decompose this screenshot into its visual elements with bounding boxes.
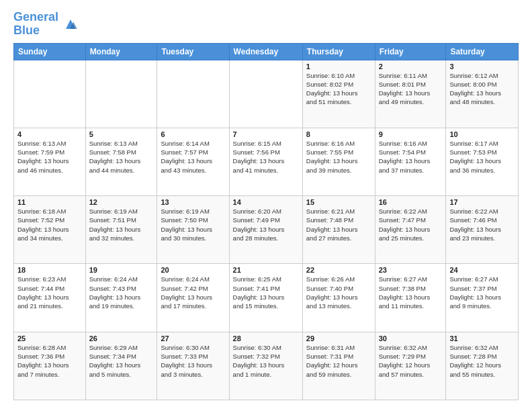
day-info: Sunrise: 6:32 AM Sunset: 7:29 PM Dayligh… — [379, 343, 443, 379]
day-number: 8 — [306, 130, 371, 138]
calendar-cell: 13Sunrise: 6:19 AM Sunset: 7:50 PM Dayli… — [157, 196, 229, 264]
day-info: Sunrise: 6:27 AM Sunset: 7:37 PM Dayligh… — [449, 275, 515, 310]
calendar-cell: 21Sunrise: 6:25 AM Sunset: 7:41 PM Dayli… — [229, 264, 302, 332]
weekday-header: Sunday — [14, 43, 86, 60]
calendar-cell: 20Sunrise: 6:24 AM Sunset: 7:42 PM Dayli… — [157, 264, 229, 332]
header: General Blue — [13, 11, 519, 38]
calendar-cell: 30Sunrise: 6:32 AM Sunset: 7:29 PM Dayli… — [375, 332, 446, 400]
day-number: 14 — [233, 198, 299, 206]
day-number: 28 — [233, 334, 299, 342]
calendar-cell: 9Sunrise: 6:16 AM Sunset: 7:54 PM Daylig… — [375, 128, 446, 195]
day-number: 3 — [449, 62, 515, 71]
calendar-cell: 10Sunrise: 6:17 AM Sunset: 7:53 PM Dayli… — [446, 128, 519, 195]
day-info: Sunrise: 6:16 AM Sunset: 7:55 PM Dayligh… — [306, 139, 371, 175]
calendar-cell: 3Sunrise: 6:12 AM Sunset: 8:00 PM Daylig… — [446, 60, 519, 128]
calendar-cell — [229, 60, 302, 128]
day-info: Sunrise: 6:17 AM Sunset: 7:53 PM Dayligh… — [449, 139, 515, 175]
day-info: Sunrise: 6:10 AM Sunset: 8:02 PM Dayligh… — [306, 71, 371, 107]
calendar-week-row: 18Sunrise: 6:23 AM Sunset: 7:44 PM Dayli… — [14, 264, 519, 332]
day-number: 25 — [17, 334, 82, 342]
day-info: Sunrise: 6:26 AM Sunset: 7:40 PM Dayligh… — [306, 275, 371, 310]
day-number: 6 — [161, 130, 225, 138]
weekday-header: Wednesday — [229, 43, 302, 60]
calendar-cell: 26Sunrise: 6:29 AM Sunset: 7:34 PM Dayli… — [85, 332, 157, 400]
day-info: Sunrise: 6:19 AM Sunset: 7:51 PM Dayligh… — [89, 207, 154, 242]
calendar-cell: 27Sunrise: 6:30 AM Sunset: 7:33 PM Dayli… — [157, 332, 229, 400]
calendar-cell: 28Sunrise: 6:30 AM Sunset: 7:32 PM Dayli… — [229, 332, 302, 400]
day-info: Sunrise: 6:11 AM Sunset: 8:01 PM Dayligh… — [379, 71, 443, 107]
day-info: Sunrise: 6:30 AM Sunset: 7:32 PM Dayligh… — [233, 343, 299, 379]
day-info: Sunrise: 6:32 AM Sunset: 7:28 PM Dayligh… — [449, 343, 515, 379]
logo-blue: Blue — [13, 24, 58, 38]
day-info: Sunrise: 6:19 AM Sunset: 7:50 PM Dayligh… — [161, 207, 225, 242]
day-number: 21 — [233, 266, 299, 274]
day-number: 11 — [17, 198, 82, 206]
calendar-cell: 8Sunrise: 6:16 AM Sunset: 7:55 PM Daylig… — [302, 128, 375, 195]
day-number: 27 — [161, 334, 225, 342]
day-number: 18 — [17, 266, 82, 274]
calendar-week-row: 25Sunrise: 6:28 AM Sunset: 7:36 PM Dayli… — [14, 332, 519, 400]
day-number: 26 — [89, 334, 154, 342]
logo: General Blue — [13, 11, 80, 38]
logo-blue-text: Blue — [13, 24, 40, 37]
day-info: Sunrise: 6:29 AM Sunset: 7:34 PM Dayligh… — [89, 343, 154, 379]
calendar-header: SundayMondayTuesdayWednesdayThursdayFrid… — [14, 43, 519, 60]
day-number: 15 — [306, 198, 371, 206]
calendar-week-row: 4Sunrise: 6:13 AM Sunset: 7:59 PM Daylig… — [14, 128, 519, 195]
day-info: Sunrise: 6:15 AM Sunset: 7:56 PM Dayligh… — [233, 139, 299, 175]
calendar-cell: 29Sunrise: 6:31 AM Sunset: 7:31 PM Dayli… — [302, 332, 375, 400]
calendar-cell: 2Sunrise: 6:11 AM Sunset: 8:01 PM Daylig… — [375, 60, 446, 128]
day-number: 1 — [306, 62, 371, 71]
calendar-cell — [85, 60, 157, 128]
logo-icon — [61, 15, 80, 34]
day-info: Sunrise: 6:28 AM Sunset: 7:36 PM Dayligh… — [17, 343, 82, 379]
day-info: Sunrise: 6:24 AM Sunset: 7:42 PM Dayligh… — [161, 275, 225, 310]
calendar-week-row: 11Sunrise: 6:18 AM Sunset: 7:52 PM Dayli… — [14, 196, 519, 264]
calendar-cell: 4Sunrise: 6:13 AM Sunset: 7:59 PM Daylig… — [14, 128, 86, 195]
calendar-cell: 24Sunrise: 6:27 AM Sunset: 7:37 PM Dayli… — [446, 264, 519, 332]
calendar-cell: 22Sunrise: 6:26 AM Sunset: 7:40 PM Dayli… — [302, 264, 375, 332]
day-info: Sunrise: 6:22 AM Sunset: 7:47 PM Dayligh… — [379, 207, 443, 242]
weekday-header: Tuesday — [157, 43, 229, 60]
calendar-cell — [157, 60, 229, 128]
calendar-table: SundayMondayTuesdayWednesdayThursdayFrid… — [13, 43, 519, 400]
calendar-body: 1Sunrise: 6:10 AM Sunset: 8:02 PM Daylig… — [14, 60, 519, 400]
day-number: 23 — [379, 266, 443, 274]
day-number: 5 — [89, 130, 154, 138]
day-number: 4 — [17, 130, 82, 138]
calendar-cell: 1Sunrise: 6:10 AM Sunset: 8:02 PM Daylig… — [302, 60, 375, 128]
day-info: Sunrise: 6:22 AM Sunset: 7:46 PM Dayligh… — [449, 207, 515, 242]
day-info: Sunrise: 6:12 AM Sunset: 8:00 PM Dayligh… — [449, 71, 515, 107]
calendar-cell: 12Sunrise: 6:19 AM Sunset: 7:51 PM Dayli… — [85, 196, 157, 264]
weekday-row: SundayMondayTuesdayWednesdayThursdayFrid… — [14, 43, 519, 60]
day-number: 13 — [161, 198, 225, 206]
day-number: 19 — [89, 266, 154, 274]
day-info: Sunrise: 6:27 AM Sunset: 7:38 PM Dayligh… — [379, 275, 443, 310]
weekday-header: Monday — [85, 43, 157, 60]
calendar-cell — [14, 60, 86, 128]
day-info: Sunrise: 6:21 AM Sunset: 7:48 PM Dayligh… — [306, 207, 371, 242]
calendar-cell: 6Sunrise: 6:14 AM Sunset: 7:57 PM Daylig… — [157, 128, 229, 195]
day-number: 20 — [161, 266, 225, 274]
calendar-cell: 16Sunrise: 6:22 AM Sunset: 7:47 PM Dayli… — [375, 196, 446, 264]
weekday-header: Friday — [375, 43, 446, 60]
day-info: Sunrise: 6:25 AM Sunset: 7:41 PM Dayligh… — [233, 275, 299, 310]
day-number: 29 — [306, 334, 371, 342]
calendar-cell: 11Sunrise: 6:18 AM Sunset: 7:52 PM Dayli… — [14, 196, 86, 264]
calendar-cell: 18Sunrise: 6:23 AM Sunset: 7:44 PM Dayli… — [14, 264, 86, 332]
day-number: 31 — [449, 334, 515, 342]
day-info: Sunrise: 6:16 AM Sunset: 7:54 PM Dayligh… — [379, 139, 443, 175]
day-number: 12 — [89, 198, 154, 206]
calendar-week-row: 1Sunrise: 6:10 AM Sunset: 8:02 PM Daylig… — [14, 60, 519, 128]
calendar-cell: 23Sunrise: 6:27 AM Sunset: 7:38 PM Dayli… — [375, 264, 446, 332]
calendar-cell: 15Sunrise: 6:21 AM Sunset: 7:48 PM Dayli… — [302, 196, 375, 264]
day-info: Sunrise: 6:13 AM Sunset: 7:59 PM Dayligh… — [17, 139, 82, 175]
day-info: Sunrise: 6:24 AM Sunset: 7:43 PM Dayligh… — [89, 275, 154, 310]
calendar-cell: 25Sunrise: 6:28 AM Sunset: 7:36 PM Dayli… — [14, 332, 86, 400]
weekday-header: Thursday — [302, 43, 375, 60]
day-info: Sunrise: 6:13 AM Sunset: 7:58 PM Dayligh… — [89, 139, 154, 175]
day-number: 22 — [306, 266, 371, 274]
calendar-cell: 31Sunrise: 6:32 AM Sunset: 7:28 PM Dayli… — [446, 332, 519, 400]
day-info: Sunrise: 6:23 AM Sunset: 7:44 PM Dayligh… — [17, 275, 82, 310]
day-number: 2 — [379, 62, 443, 71]
